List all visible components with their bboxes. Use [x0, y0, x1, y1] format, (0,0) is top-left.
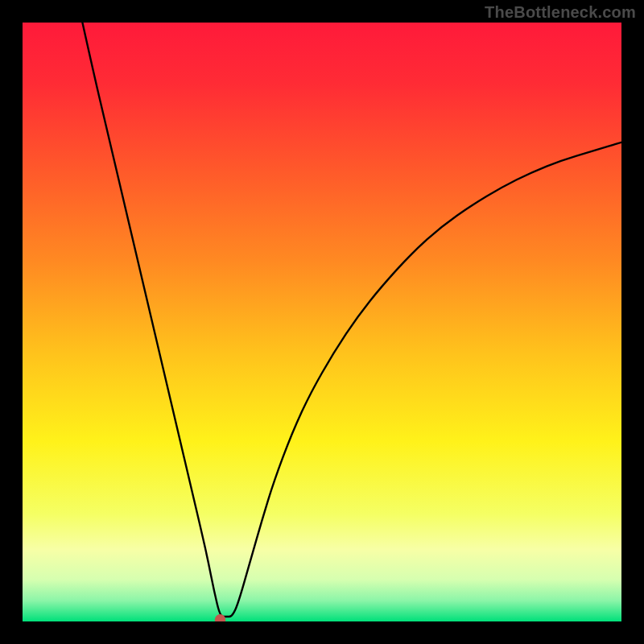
chart-svg	[23, 23, 621, 621]
chart-frame: TheBottleneck.com	[0, 0, 644, 644]
plot-area	[23, 23, 621, 621]
gradient-background	[23, 23, 621, 621]
watermark-text: TheBottleneck.com	[485, 3, 636, 22]
